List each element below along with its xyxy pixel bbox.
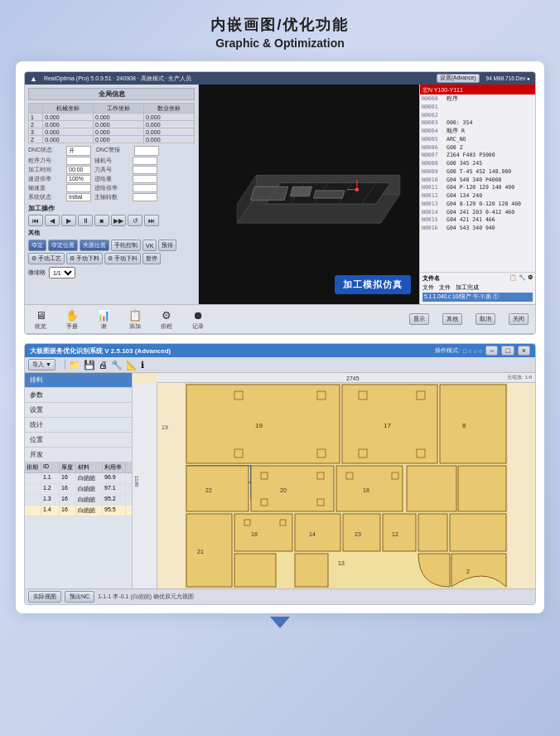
scale-label: 微缩格 (28, 269, 46, 277)
arrow-down-indicator (270, 617, 290, 628)
svg-rect-4 (251, 186, 288, 200)
sidebar-item-schedule[interactable]: ⚙ 排程 (157, 307, 176, 331)
sim-process-label: 加工操作 (28, 205, 195, 213)
svg-text:16: 16 (251, 531, 258, 537)
opt-status-text: 1-1-1 李-0.1 (白皑皑) 确优原元允视图 (98, 593, 194, 601)
sim-action-btns-2: ⚙ 手动工艺 ⚙ 手动下料 ⚙ 手动下科 暂停 (28, 253, 195, 264)
save-icon[interactable]: 💾 (84, 360, 95, 370)
sidebar-item-overview[interactable]: 🖥 统览 (31, 307, 50, 331)
btn-confirm-pos[interactable]: 夺定位置 (48, 240, 78, 251)
svg-rect-44 (407, 466, 456, 511)
main-container: ▲ RealOptima (Pro) 5.0.9.51 · 240908 · 高… (16, 61, 544, 613)
table-row-2[interactable]: 1.2 16 白皑皑 97.1 (25, 484, 132, 495)
nav-item-stats[interactable]: 统计 (25, 418, 132, 433)
folder-icon[interactable]: 📁 (69, 360, 80, 370)
svg-text:18: 18 (363, 487, 369, 493)
btn-manual-cut[interactable]: ⚙ 手动下料 (66, 253, 103, 264)
opt-export-nc-btn[interactable]: 预出NC (65, 591, 94, 603)
nav-item-settings[interactable]: 设置 (25, 403, 132, 418)
opt-titlebar: 大板图嵌务优化识别系统 V 2.5.103 (Advanced) 操作模式: □… (25, 344, 535, 357)
play-btn-end[interactable]: ⏭ (144, 215, 159, 226)
scale-select[interactable]: 1/1 (49, 267, 75, 278)
ruler-icon[interactable]: 📐 (126, 360, 138, 370)
mode-label: 操作模式: (435, 346, 460, 355)
svg-rect-28 (440, 385, 506, 463)
sim-left: 全局信息 机械坐标 工作坐标 数业坐标 10.0000.0000.000 20.… (25, 85, 199, 304)
btn-display[interactable]: 显示 (409, 313, 429, 325)
play-btn-pause[interactable]: ⏸ (78, 215, 93, 226)
play-btn-reset[interactable]: ↺ (128, 215, 142, 226)
sidebar-item-manual[interactable]: ✋ 手册 (63, 307, 81, 331)
play-btn-prev[interactable]: ◀ (45, 215, 60, 226)
print-icon[interactable]: 🖨 (99, 360, 108, 370)
manual-icon: ✋ (63, 307, 81, 322)
play-btn-stop[interactable]: ■ (94, 215, 109, 226)
sidebar-item-chart[interactable]: 📊 谢 (94, 307, 113, 331)
table-row: 10.0000.0000.000 (29, 114, 195, 121)
play-btn-play[interactable]: ▶ (61, 215, 76, 226)
btn-vk[interactable]: VK (142, 240, 157, 251)
overview-icon: 🖥 (31, 307, 50, 322)
btn-pause[interactable]: 暂停 (142, 253, 161, 264)
page-title-cn: 内嵌画图/优化功能 (210, 15, 349, 35)
nav-item-dev[interactable]: 开发 (25, 448, 132, 462)
svg-text:17: 17 (384, 422, 391, 429)
btn-close[interactable]: 关闭 (509, 313, 529, 325)
btn-circle-pos[interactable]: 夹圆位置 (80, 240, 109, 251)
btn-pretrans[interactable]: 预传 (158, 240, 176, 251)
opt-import-btn[interactable]: 导入 ▼ (28, 359, 56, 370)
file-header-label: 文件名 (422, 274, 440, 283)
sim-title-logo: ▲ (30, 75, 37, 83)
svg-rect-53 (295, 514, 340, 551)
nav-item-palleting[interactable]: 排料 (25, 373, 132, 388)
svg-text:23: 23 (355, 531, 361, 537)
sim-overlay-label: 加工模拟仿真 (335, 275, 411, 294)
svg-rect-57 (383, 514, 416, 551)
btn-manual-craft[interactable]: ⚙ 手动工艺 (28, 253, 65, 264)
svg-text:21: 21 (197, 549, 204, 554)
add-icon: 📋 (126, 307, 144, 322)
info-icon[interactable]: ℹ (141, 360, 144, 370)
table-row-3[interactable]: 1.3 16 白皑皑 95.2 (25, 495, 132, 506)
btn-confirm[interactable]: 夺定 (28, 240, 46, 251)
sim-3d-canvas (199, 85, 419, 304)
btn-handwheel[interactable]: 手轮控制 (111, 240, 141, 251)
mode-options: □ ○ ○ ○ (463, 348, 482, 354)
opt-max-btn[interactable]: □ (501, 346, 514, 356)
svg-rect-59 (418, 514, 447, 551)
sidebar-item-record[interactable]: ⏺ 记录 (189, 307, 207, 331)
file-cols: 文件 文件 加工完成 (422, 284, 533, 292)
sim-params: DNC状态 开 DNC警报 程序刀号 辅机号 加工时间 00:00 (28, 146, 195, 201)
svg-text:13: 13 (338, 560, 345, 566)
svg-text:20: 20 (280, 487, 287, 493)
table-row-4[interactable]: 1.4 16 白皑皑 95.5 (25, 506, 132, 516)
opt-title-text: 大板图嵌务优化识别系统 V 2.5.103 (Advanced) (30, 346, 171, 356)
file-item[interactable]: 5.1.1.040.c 10/限产 午-Y-第 ① (422, 293, 533, 302)
opt-min-btn[interactable]: − (485, 346, 498, 356)
sim-info-table: 机械坐标 工作坐标 数业坐标 10.0000.0000.000 20.0000.… (28, 103, 195, 143)
chart-icon: 📊 (94, 307, 113, 322)
table-row-1[interactable]: 1.1 16 白皑皑 96.9 (25, 473, 132, 484)
opt-nav: 排料 参数 设置 统计 位置 开发 (25, 373, 132, 462)
sim-center: 加工模拟仿真 (199, 85, 419, 304)
btn-cancel[interactable]: 取消 (476, 313, 495, 325)
sidebar-item-add[interactable]: 📋 添加 (126, 307, 144, 331)
opt-toolbar: 导入 ▼ 📁 💾 🖨 🔧 📐 ℹ (25, 357, 535, 373)
sim-right-top: 宏N Y100-Y111 (420, 85, 535, 94)
svg-rect-46 (186, 514, 232, 587)
play-btn-fwd[interactable]: ▶▶ (111, 215, 126, 226)
btn-other[interactable]: 其他 (442, 313, 462, 325)
play-btn-rewind[interactable]: ⏮ (28, 215, 43, 226)
opt-actual-view-btn[interactable]: 实际视图 (28, 591, 61, 603)
svg-rect-45 (458, 466, 506, 511)
nav-item-params[interactable]: 参数 (25, 388, 132, 403)
nav-item-position[interactable]: 位置 (25, 433, 132, 448)
sim-settings-btn[interactable]: 设置(Advance) (437, 74, 480, 83)
other-label: 其他 (28, 229, 195, 237)
btn-manual-sci[interactable]: ⚙ 手动下科 (104, 253, 141, 264)
svg-text:19: 19 (255, 422, 263, 429)
sim-play-controls: ⏮ ◀ ▶ ⏸ ■ ▶▶ ↺ ⏭ (28, 215, 195, 226)
opt-close-btn[interactable]: × (518, 346, 530, 356)
tool-icon[interactable]: 🔧 (111, 360, 123, 370)
svg-text:8: 8 (462, 422, 466, 429)
